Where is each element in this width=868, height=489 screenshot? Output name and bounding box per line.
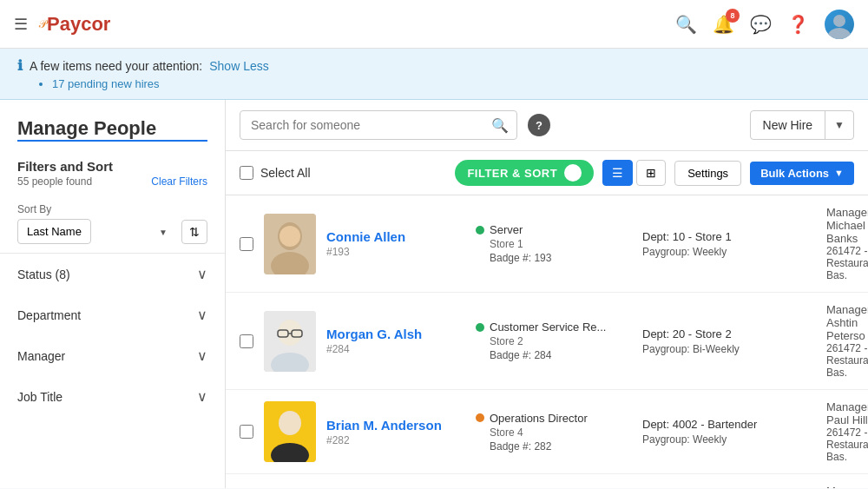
show-less-link[interactable]: Show Less	[209, 59, 268, 73]
manager-extra: 261472 - Restaurant Bas.	[826, 426, 868, 463]
filter-manager-label: Manager	[17, 349, 65, 363]
select-all-checkbox[interactable]	[240, 166, 253, 180]
person-row: Brian M. Anderson #282 Operations Direct…	[226, 390, 868, 474]
search-submit-icon[interactable]: 🔍	[491, 117, 509, 134]
filter-job-title-label: Job Title	[17, 390, 62, 404]
dept-line: Dept: 20 - Store 2	[642, 327, 816, 340]
filters-section: Filters and Sort 55 people found Clear F…	[0, 149, 225, 195]
logo-swoosh-icon: 𝒫	[38, 17, 46, 31]
person-name[interactable]: Brian M. Anderson	[326, 418, 465, 433]
search-input[interactable]	[240, 110, 517, 140]
chevron-down-icon: ∨	[197, 388, 207, 405]
status-dot	[476, 323, 484, 332]
chat-icon[interactable]: 💬	[750, 14, 772, 35]
role-title: Server	[490, 223, 523, 236]
person-name[interactable]: Morgan G. Alsh	[326, 327, 465, 341]
filter-dept-label: Department	[17, 308, 81, 322]
people-count: 55 people found	[17, 175, 92, 188]
person-role: Operations Director Store 4 Badge #: 282	[476, 412, 632, 453]
svg-point-13	[279, 411, 301, 435]
badge-number: Badge #: 193	[490, 252, 632, 264]
person-id: #193	[326, 246, 465, 258]
filter-sections: Status (8) ∨ Department ∨ Manager ∨ Job …	[0, 253, 225, 417]
filter-status[interactable]: Status (8) ∨	[0, 254, 225, 294]
bell-badge: 8	[726, 9, 740, 23]
search-icon[interactable]: 🔍	[675, 14, 697, 35]
page-title: Manage People	[17, 117, 207, 140]
person-checkbox[interactable]	[240, 334, 253, 348]
grid-view-button[interactable]: ⊞	[636, 160, 666, 186]
bell-icon[interactable]: 🔔 8	[713, 14, 734, 35]
list-view-button[interactable]: ☰	[602, 160, 633, 186]
manager-name: Manager: Ashtin Peterso	[826, 303, 868, 342]
role-title: Operations Director	[490, 412, 588, 425]
badge-number: Badge #: 284	[490, 349, 632, 361]
person-dept: Dept: 20 - Store 2 Paygroup: Bi-Weekly	[642, 327, 816, 355]
hamburger-icon[interactable]: ☰	[14, 15, 28, 34]
clear-filters-link[interactable]: Clear Filters	[151, 175, 207, 188]
filters-label: Filters and Sort	[17, 159, 207, 174]
chevron-down-icon: ∨	[197, 307, 207, 323]
notification-bar: ℹ A few items need your attention: Show …	[0, 49, 868, 100]
paygroup-line: Paygroup: Weekly	[642, 246, 816, 258]
person-info: Connie Allen #193	[326, 229, 465, 258]
person-info: Brian M. Anderson #282	[326, 418, 465, 446]
avatar[interactable]	[825, 10, 854, 39]
person-manager: Manager: Phil Harvey 261472 - Restaurant…	[826, 485, 868, 488]
paygroup-line: Paygroup: Weekly	[642, 433, 816, 446]
manager-extra: 261472 - Restaurant Bas.	[826, 342, 868, 379]
new-hire-button[interactable]: New Hire ▼	[750, 110, 854, 140]
notification-item[interactable]: 17 pending new hires	[52, 77, 851, 90]
person-id: #282	[326, 434, 465, 446]
person-name[interactable]: Connie Allen	[326, 229, 465, 244]
people-list: Connie Allen #193 Server Store 1 Badge #…	[226, 195, 868, 488]
filter-job-title[interactable]: Job Title ∨	[0, 376, 225, 417]
badge-number: Badge #: 282	[490, 440, 632, 453]
svg-point-0	[833, 15, 845, 27]
svg-point-7	[278, 320, 302, 346]
person-id: #284	[326, 343, 465, 355]
person-checkbox[interactable]	[240, 425, 253, 439]
filter-department[interactable]: Department ∨	[0, 294, 225, 335]
sidebar: Manage People Filters and Sort 55 people…	[0, 100, 226, 488]
person-row: Connie Allen #193 Server Store 1 Badge #…	[226, 195, 868, 293]
manager-extra: 261472 - Restaurant Bas.	[826, 245, 868, 281]
help-circle-icon[interactable]: ?	[528, 114, 550, 136]
chevron-down-icon: ∨	[197, 266, 207, 282]
select-all-label: Select All	[260, 166, 311, 180]
bulk-actions-label: Bulk Actions	[760, 167, 829, 180]
paygroup-line: Paygroup: Bi-Weekly	[642, 343, 816, 355]
filter-sort-label: FILTER & SORT	[467, 167, 557, 180]
notification-text: A few items need your attention:	[30, 59, 202, 73]
bulk-actions-arrow-icon: ▼	[834, 168, 844, 178]
person-manager: Manager: Michael Banks 261472 - Restaura…	[826, 206, 868, 281]
sort-direction-button[interactable]: ⇅	[181, 220, 207, 244]
filter-sort-toggle[interactable]: FILTER & SORT	[455, 160, 594, 186]
person-avatar	[264, 214, 316, 274]
role-store: Store 2	[490, 335, 632, 347]
new-hire-label: New Hire	[751, 111, 826, 139]
status-dot	[476, 226, 484, 235]
top-toolbar: 🔍 ? New Hire ▼	[226, 100, 868, 151]
help-icon[interactable]: ❓	[787, 14, 809, 35]
svg-point-1	[828, 28, 851, 39]
main-layout: Manage People Filters and Sort 55 people…	[0, 100, 868, 488]
sort-select[interactable]: Last Name	[17, 219, 91, 244]
person-manager: Manager: Ashtin Peterso 261472 - Restaur…	[826, 303, 868, 379]
app-logo: 𝒫 Paycor	[38, 13, 110, 36]
filter-manager[interactable]: Manager ∨	[0, 335, 225, 376]
person-manager: Manager: Paul Hill 261472 - Restaurant B…	[826, 400, 868, 463]
settings-button[interactable]: Settings	[674, 161, 741, 186]
person-info: Morgan G. Alsh #284	[326, 327, 465, 355]
toggle-indicator	[564, 164, 582, 182]
person-dept: Dept: 10 - Store 1 Paygroup: Weekly	[642, 230, 816, 258]
person-avatar	[264, 311, 316, 372]
person-checkbox[interactable]	[240, 237, 253, 251]
sort-section: Sort By Last Name ⇅	[0, 195, 225, 253]
sort-by-label: Sort By	[17, 203, 207, 215]
manager-name: Manager: Michael Banks	[826, 206, 868, 245]
person-role: Server Store 1 Badge #: 193	[476, 223, 632, 264]
view-toggle: ☰ ⊞	[602, 160, 666, 186]
bulk-actions-button[interactable]: Bulk Actions ▼	[750, 162, 854, 185]
person-row: Morgan G. Alsh #284 Customer Service Re.…	[226, 293, 868, 390]
